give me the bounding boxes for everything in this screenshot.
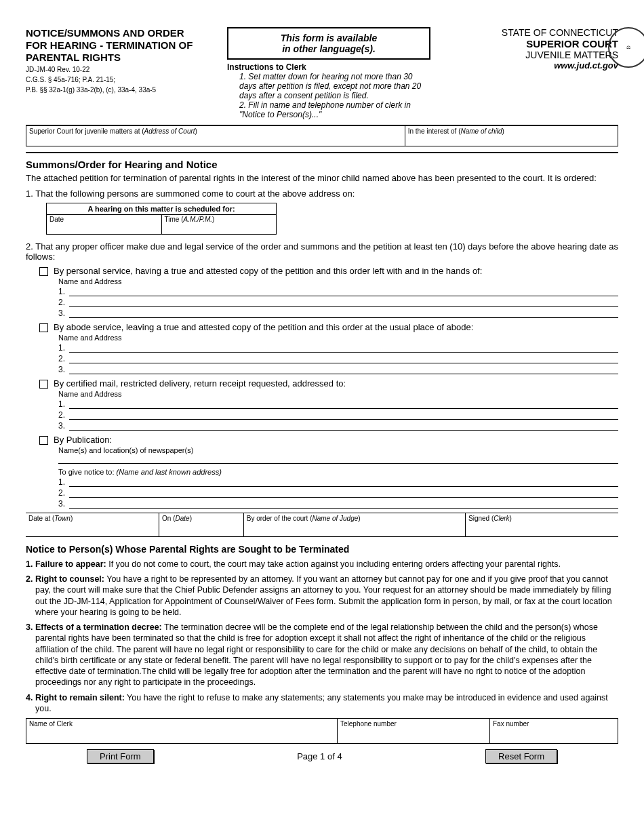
footer: Print Form Page 1 of 4 Reset Form [26,749,618,763]
header-right: STATE OF CONNECTICUT SUPERIOR COURT JUVE… [456,27,618,71]
abode-line-2[interactable] [69,354,618,363]
page-number: Page 1 of 4 [297,751,342,761]
newspaper-line[interactable] [58,454,618,464]
mail-service-checkbox[interactable] [39,380,48,389]
personal-line-3[interactable] [69,309,618,318]
clerk-name-field[interactable]: Name of Clerk [26,719,338,743]
name-address-label: Name and Address [58,334,618,342]
instruction-1: 1. Set matter down for hearing not more … [227,72,430,100]
item-1: 1. That the following persons are summon… [26,188,618,199]
notice-to-label: To give notice to: (Name and last known … [58,468,618,476]
juvenile-label: JUVENILE MATTERS [456,49,618,60]
court-label: SUPERIOR COURT [456,38,618,49]
website-url: www.jud.ct.gov [456,60,618,71]
summons-intro: The attached petition for termination of… [26,173,618,184]
instructions-title: Instructions to Clerk [227,62,430,72]
notice-item-2: 2. Right to counsel: You have a right to… [26,574,618,618]
notice-item-4: 4. Right to remain silent: You have the … [26,692,618,715]
on-date-field[interactable]: On (Date) [159,513,244,536]
cgs-ref: C.G.S. § 45a-716; P.A. 21-15; [26,75,202,84]
abode-service-checkbox[interactable] [39,323,48,332]
court-address-field[interactable]: Superior Court for juvenile matters at (… [26,126,405,146]
name-address-label: Name and Address [58,277,618,285]
reset-button[interactable]: Reset Form [485,749,557,763]
publication-checkbox[interactable] [39,436,48,445]
instruction-2: 2. Fill in name and telephone number of … [227,100,430,119]
personal-line-2[interactable] [69,298,618,307]
personal-service-label: By personal service, having a true and a… [54,266,482,276]
header-center: This form is available in other language… [227,27,430,119]
clerk-tel-field[interactable]: Telephone number [338,719,490,743]
mail-line-3[interactable] [69,421,618,431]
personal-service-lines: 1. 2. 3. [58,287,618,318]
item-2: 2. That any proper officer make due and … [26,241,618,262]
notice-line-1[interactable] [69,477,618,487]
notice-item-1: 1. Failure to appear: If you do not come… [26,559,618,570]
summons-title: Summons/Order for Hearing and Notice [26,159,618,170]
notice-to-lines: 1. 2. 3. [58,477,618,509]
judge-name-field[interactable]: By order of the court (Name of Judge) [244,513,466,536]
lang-line2: in other language(s). [235,43,422,54]
mail-service-option: By certified mail, restricted delivery, … [39,378,618,389]
signature-row: Date at (Town) On (Date) By order of the… [26,513,618,537]
hearing-date-field[interactable]: Date [47,215,162,234]
notice-line-3[interactable] [69,499,618,509]
personal-service-checkbox[interactable] [39,267,48,276]
language-box: This form is available in other language… [227,27,430,60]
court-seal-icon: ⚖ [608,27,644,68]
print-button[interactable]: Print Form [87,749,154,763]
header-left: NOTICE/SUMMONS AND ORDER FOR HEARING - T… [26,27,202,94]
personal-service-option: By personal service, having a true and a… [39,266,618,276]
pb-ref: P.B. §§ 32a-1(g) 33a-2(b), (c), 33a-4, 3… [26,85,202,94]
abode-service-lines: 1. 2. 3. [58,343,618,374]
divider [26,152,618,153]
lang-line1: This form is available [235,33,422,43]
form-header: NOTICE/SUMMONS AND ORDER FOR HEARING - T… [26,27,618,119]
date-town-field[interactable]: Date at (Town) [26,513,159,536]
state-label: STATE OF CONNECTICUT [456,27,618,38]
notice-section: Notice to Person(s) Whose Parental Right… [26,544,618,714]
mail-service-label: By certified mail, restricted delivery, … [54,378,346,389]
abode-line-3[interactable] [69,365,618,374]
clerk-fax-field[interactable]: Fax number [490,719,618,743]
clerk-info-table: Name of Clerk Telephone number Fax numbe… [26,718,618,744]
schedule-header: A hearing on this matter is scheduled fo… [47,203,276,215]
hearing-schedule-table: A hearing on this matter is scheduled fo… [46,203,277,235]
abode-service-label: By abode service, leaving a true and att… [54,322,473,332]
personal-line-1[interactable] [69,287,618,296]
notice-line-2[interactable] [69,488,618,498]
newspaper-label: Name(s) and location(s) of newspaper(s) [58,446,618,454]
court-info-row: Superior Court for juvenile matters at (… [26,126,618,146]
notice-title: Notice to Person(s) Whose Parental Right… [26,544,618,555]
notice-item-3: 3. Effects of a termination decree: The … [26,622,618,688]
hearing-time-field[interactable]: Time (A.M./P.M.) [162,215,277,234]
mail-service-lines: 1. 2. 3. [58,399,618,431]
abode-line-1[interactable] [69,343,618,353]
mail-line-1[interactable] [69,399,618,409]
publication-label: By Publication: [54,435,112,445]
mail-line-2[interactable] [69,410,618,420]
publication-option: By Publication: [39,435,618,445]
form-id: JD-JM-40 Rev. 10-22 [26,65,202,74]
child-name-field[interactable]: In the interest of (Name of child) [405,126,618,146]
abode-service-option: By abode service, leaving a true and att… [39,322,618,332]
name-address-label: Name and Address [58,390,618,398]
clerk-sign-field[interactable]: Signed (Clerk) [466,513,618,536]
form-title: NOTICE/SUMMONS AND ORDER FOR HEARING - T… [26,27,202,64]
